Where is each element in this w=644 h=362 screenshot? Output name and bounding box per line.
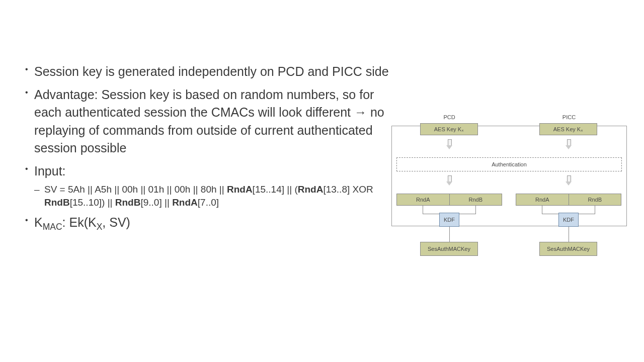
connector-line: [569, 227, 569, 242]
rndA-pcd: RndA: [397, 194, 450, 205]
rndB-pcd: RndB: [450, 194, 502, 205]
bullet-3: Input: SV = 5Ah || A5h || 00h || 01h || …: [20, 162, 392, 209]
bullet-1: Session key is generated independently o…: [20, 63, 392, 81]
bullet-2: Advantage: Session key is based on rando…: [20, 86, 392, 157]
connector-line: [542, 214, 559, 214]
kdf-picc: KDF: [558, 213, 579, 227]
connector-line: [459, 214, 476, 214]
picc-label: PICC: [559, 114, 579, 120]
arrow-icon: [566, 139, 571, 149]
outer-frame: [391, 126, 627, 226]
auth-box: Authentication: [396, 157, 622, 171]
kdf-pcd: KDF: [439, 213, 459, 227]
arrow-icon: [447, 175, 452, 186]
rnd-group-picc: RndA RndB: [516, 194, 621, 206]
sesmac-picc: SesAuthMACKey: [539, 242, 597, 256]
aes-key-pcd: AES Key Kₓ: [420, 123, 478, 135]
arrow-icon: [447, 139, 452, 149]
sesmac-pcd: SesAuthMACKey: [420, 242, 478, 256]
bullet-4: KMAC: Ek(KX, SV): [20, 214, 392, 233]
connector-line: [423, 214, 440, 214]
aes-key-picc: AES Key Kₓ: [539, 123, 597, 135]
connector-line: [423, 206, 423, 214]
connector-line: [578, 214, 595, 214]
rnd-group-pcd: RndA RndB: [396, 194, 502, 206]
kdf-diagram: PCD PICC AES Key Kₓ AES Key Kₓ Authentic…: [391, 113, 628, 264]
rndB-picc: RndB: [569, 194, 621, 205]
connector-line: [542, 206, 542, 214]
connector-line: [449, 227, 450, 242]
bullet-3-label: Input:: [34, 164, 66, 178]
arrow-icon: [566, 175, 571, 186]
rndA-picc: RndA: [516, 194, 569, 205]
pcd-label: PCD: [439, 114, 459, 120]
connector-line: [595, 206, 595, 214]
slide-text: Session key is generated independently o…: [20, 63, 392, 238]
connector-line: [475, 206, 476, 214]
bullet-3-sub: SV = 5Ah || A5h || 00h || 01h || 00h || …: [34, 183, 392, 209]
